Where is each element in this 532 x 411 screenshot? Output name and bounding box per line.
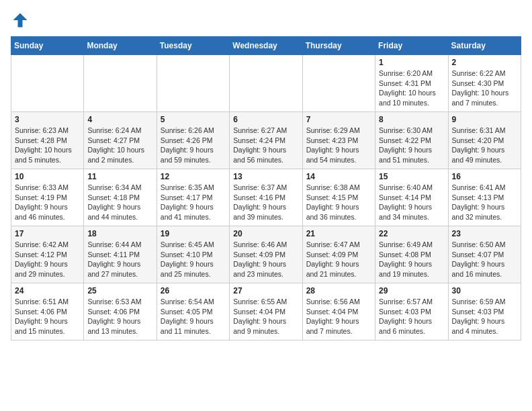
day-info: Sunrise: 6:54 AM Sunset: 4:05 PM Dayligh… [161, 297, 226, 336]
day-number: 4 [87, 115, 152, 124]
calendar-cell: 23Sunrise: 6:50 AM Sunset: 4:07 PM Dayli… [448, 226, 521, 283]
day-number: 25 [87, 286, 152, 295]
week-row: 1Sunrise: 6:20 AM Sunset: 4:31 PM Daylig… [11, 55, 521, 112]
calendar-cell: 1Sunrise: 6:20 AM Sunset: 4:31 PM Daylig… [375, 55, 448, 112]
day-number: 8 [379, 115, 444, 124]
day-number: 23 [452, 229, 517, 238]
calendar-cell [157, 55, 229, 112]
calendar-cell: 26Sunrise: 6:54 AM Sunset: 4:05 PM Dayli… [157, 283, 229, 340]
calendar-cell: 4Sunrise: 6:24 AM Sunset: 4:27 PM Daylig… [84, 112, 157, 169]
day-info: Sunrise: 6:40 AM Sunset: 4:14 PM Dayligh… [379, 183, 444, 222]
day-info: Sunrise: 6:23 AM Sunset: 4:28 PM Dayligh… [15, 126, 80, 165]
day-number: 13 [233, 172, 298, 181]
calendar-cell: 12Sunrise: 6:35 AM Sunset: 4:17 PM Dayli… [157, 169, 229, 226]
day-info: Sunrise: 6:34 AM Sunset: 4:18 PM Dayligh… [87, 183, 152, 222]
calendar-cell: 19Sunrise: 6:45 AM Sunset: 4:10 PM Dayli… [157, 226, 229, 283]
calendar-body: 1Sunrise: 6:20 AM Sunset: 4:31 PM Daylig… [11, 55, 521, 340]
calendar-cell: 13Sunrise: 6:37 AM Sunset: 4:16 PM Dayli… [230, 169, 302, 226]
day-info: Sunrise: 6:45 AM Sunset: 4:10 PM Dayligh… [161, 240, 226, 279]
day-number: 22 [379, 229, 444, 238]
weekday-header: Monday [84, 37, 157, 55]
day-info: Sunrise: 6:31 AM Sunset: 4:20 PM Dayligh… [452, 126, 517, 165]
calendar-header: SundayMondayTuesdayWednesdayThursdayFrid… [11, 37, 521, 55]
day-info: Sunrise: 6:59 AM Sunset: 4:03 PM Dayligh… [452, 297, 517, 336]
day-info: Sunrise: 6:53 AM Sunset: 4:06 PM Dayligh… [87, 297, 152, 336]
header [11, 11, 521, 30]
calendar-cell: 6Sunrise: 6:27 AM Sunset: 4:24 PM Daylig… [230, 112, 302, 169]
day-info: Sunrise: 6:51 AM Sunset: 4:06 PM Dayligh… [15, 297, 80, 336]
day-info: Sunrise: 6:42 AM Sunset: 4:12 PM Dayligh… [15, 240, 80, 279]
calendar-cell: 2Sunrise: 6:22 AM Sunset: 4:30 PM Daylig… [448, 55, 521, 112]
day-info: Sunrise: 6:46 AM Sunset: 4:09 PM Dayligh… [233, 240, 298, 279]
day-number: 26 [161, 286, 226, 295]
calendar-cell: 29Sunrise: 6:57 AM Sunset: 4:03 PM Dayli… [375, 283, 448, 340]
calendar-cell: 22Sunrise: 6:49 AM Sunset: 4:08 PM Dayli… [375, 226, 448, 283]
weekday-header: Friday [375, 37, 448, 55]
calendar-cell: 25Sunrise: 6:53 AM Sunset: 4:06 PM Dayli… [84, 283, 157, 340]
day-number: 10 [15, 172, 80, 181]
day-number: 24 [15, 286, 80, 295]
calendar-cell: 5Sunrise: 6:26 AM Sunset: 4:26 PM Daylig… [157, 112, 229, 169]
calendar-cell: 15Sunrise: 6:40 AM Sunset: 4:14 PM Dayli… [375, 169, 448, 226]
page-container: SundayMondayTuesdayWednesdayThursdayFrid… [11, 11, 521, 340]
calendar-cell: 17Sunrise: 6:42 AM Sunset: 4:12 PM Dayli… [11, 226, 84, 283]
weekday-header: Tuesday [157, 37, 229, 55]
week-row: 17Sunrise: 6:42 AM Sunset: 4:12 PM Dayli… [11, 226, 521, 283]
calendar-cell: 27Sunrise: 6:55 AM Sunset: 4:04 PM Dayli… [230, 283, 302, 340]
day-number: 6 [233, 115, 298, 124]
logo-icon [11, 11, 30, 30]
calendar-cell [84, 55, 157, 112]
day-number: 21 [306, 229, 371, 238]
calendar-cell: 21Sunrise: 6:47 AM Sunset: 4:09 PM Dayli… [302, 226, 375, 283]
calendar-cell: 16Sunrise: 6:41 AM Sunset: 4:13 PM Dayli… [448, 169, 521, 226]
day-info: Sunrise: 6:37 AM Sunset: 4:16 PM Dayligh… [233, 183, 298, 222]
day-info: Sunrise: 6:38 AM Sunset: 4:15 PM Dayligh… [306, 183, 371, 222]
day-number: 17 [15, 229, 80, 238]
day-info: Sunrise: 6:26 AM Sunset: 4:26 PM Dayligh… [161, 126, 226, 165]
day-info: Sunrise: 6:29 AM Sunset: 4:23 PM Dayligh… [306, 126, 371, 165]
calendar-cell: 14Sunrise: 6:38 AM Sunset: 4:15 PM Dayli… [302, 169, 375, 226]
day-number: 19 [161, 229, 226, 238]
calendar-cell: 24Sunrise: 6:51 AM Sunset: 4:06 PM Dayli… [11, 283, 84, 340]
day-info: Sunrise: 6:35 AM Sunset: 4:17 PM Dayligh… [161, 183, 226, 222]
day-number: 9 [452, 115, 517, 124]
calendar-cell: 3Sunrise: 6:23 AM Sunset: 4:28 PM Daylig… [11, 112, 84, 169]
calendar: SundayMondayTuesdayWednesdayThursdayFrid… [11, 36, 521, 340]
calendar-cell: 18Sunrise: 6:44 AM Sunset: 4:11 PM Dayli… [84, 226, 157, 283]
day-info: Sunrise: 6:50 AM Sunset: 4:07 PM Dayligh… [452, 240, 517, 279]
day-info: Sunrise: 6:24 AM Sunset: 4:27 PM Dayligh… [87, 126, 152, 165]
day-number: 12 [161, 172, 226, 181]
day-number: 15 [379, 172, 444, 181]
calendar-cell: 10Sunrise: 6:33 AM Sunset: 4:19 PM Dayli… [11, 169, 84, 226]
week-row: 10Sunrise: 6:33 AM Sunset: 4:19 PM Dayli… [11, 169, 521, 226]
day-number: 16 [452, 172, 517, 181]
day-number: 20 [233, 229, 298, 238]
calendar-cell: 20Sunrise: 6:46 AM Sunset: 4:09 PM Dayli… [230, 226, 302, 283]
day-number: 29 [379, 286, 444, 295]
calendar-cell: 8Sunrise: 6:30 AM Sunset: 4:22 PM Daylig… [375, 112, 448, 169]
logo [11, 11, 32, 30]
day-info: Sunrise: 6:22 AM Sunset: 4:30 PM Dayligh… [452, 68, 517, 108]
calendar-cell: 9Sunrise: 6:31 AM Sunset: 4:20 PM Daylig… [448, 112, 521, 169]
calendar-cell [11, 55, 84, 112]
calendar-cell [230, 55, 302, 112]
week-row: 3Sunrise: 6:23 AM Sunset: 4:28 PM Daylig… [11, 112, 521, 169]
calendar-cell: 11Sunrise: 6:34 AM Sunset: 4:18 PM Dayli… [84, 169, 157, 226]
day-number: 14 [306, 172, 371, 181]
day-info: Sunrise: 6:27 AM Sunset: 4:24 PM Dayligh… [233, 126, 298, 165]
day-info: Sunrise: 6:33 AM Sunset: 4:19 PM Dayligh… [15, 183, 80, 222]
day-info: Sunrise: 6:44 AM Sunset: 4:11 PM Dayligh… [87, 240, 152, 279]
week-row: 24Sunrise: 6:51 AM Sunset: 4:06 PM Dayli… [11, 283, 521, 340]
day-number: 27 [233, 286, 298, 295]
weekday-header: Sunday [11, 37, 84, 55]
day-number: 1 [379, 58, 444, 67]
weekday-row: SundayMondayTuesdayWednesdayThursdayFrid… [11, 37, 521, 55]
day-number: 2 [452, 58, 517, 67]
calendar-cell: 30Sunrise: 6:59 AM Sunset: 4:03 PM Dayli… [448, 283, 521, 340]
day-info: Sunrise: 6:20 AM Sunset: 4:31 PM Dayligh… [379, 68, 444, 108]
calendar-cell: 28Sunrise: 6:56 AM Sunset: 4:04 PM Dayli… [302, 283, 375, 340]
day-number: 30 [452, 286, 517, 295]
day-info: Sunrise: 6:30 AM Sunset: 4:22 PM Dayligh… [379, 126, 444, 165]
weekday-header: Thursday [302, 37, 375, 55]
svg-marker-0 [13, 13, 28, 28]
